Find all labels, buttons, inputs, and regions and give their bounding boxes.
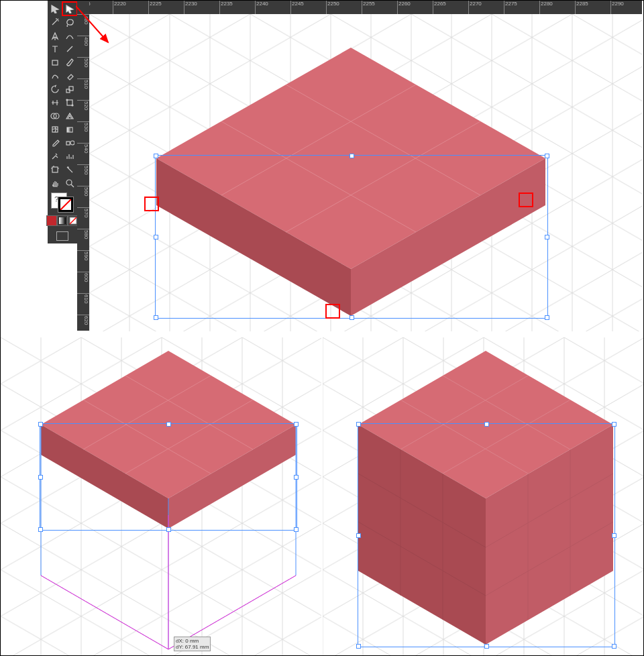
ruler-corner — [77, 1, 89, 14]
paintbrush-tool[interactable] — [62, 56, 77, 69]
ruler-v-tick: 550 — [77, 164, 89, 174]
ruler-h-tick: 2265 — [433, 1, 446, 14]
ruler-h-tick: 2255 — [362, 1, 375, 14]
fill-stroke-swatch[interactable]: ? — [51, 193, 74, 213]
ruler-h-tick: 2245 — [290, 1, 304, 14]
top-panel: ? 22152220222522302235224022452250225522… — [1, 1, 642, 331]
blend-tool[interactable] — [62, 136, 77, 150]
ruler-h-tick: 2285 — [575, 1, 588, 14]
gradient-tool[interactable] — [62, 123, 77, 136]
color-mode-solid[interactable] — [46, 215, 57, 226]
magic-wand-tool[interactable] — [48, 15, 62, 29]
svg-point-13 — [66, 180, 72, 185]
svg-point-4 — [66, 99, 68, 101]
marker-left — [144, 197, 159, 211]
canvas-top[interactable] — [89, 14, 642, 331]
column-graph-tool[interactable] — [62, 150, 77, 163]
color-controls: ? — [48, 190, 77, 243]
rotate-tool[interactable] — [48, 83, 62, 96]
scale-tool[interactable] — [62, 83, 77, 96]
marker-bottom — [325, 304, 340, 319]
ruler-h-tick: 2225 — [148, 1, 162, 14]
toolbox: ? — [48, 1, 77, 243]
ruler-h-tick: 2280 — [539, 1, 553, 14]
rectangle-tool[interactable] — [48, 56, 62, 69]
ruler-h-tick: 2250 — [326, 1, 339, 14]
width-tool[interactable] — [48, 96, 62, 109]
lasso-tool[interactable] — [62, 15, 77, 29]
curvature-tool[interactable] — [62, 29, 77, 42]
ruler-v-tick: 620 — [77, 315, 89, 325]
bottom-right-panel — [323, 337, 643, 655]
svg-rect-3 — [67, 100, 72, 105]
ruler-h-tick: 2240 — [255, 1, 268, 14]
selection-bounding-box[interactable] — [155, 155, 548, 319]
ruler-v-tick: 520 — [77, 100, 89, 110]
marker-right — [519, 193, 533, 207]
slice-tool[interactable] — [62, 163, 77, 176]
ruler-v-tick: 610 — [77, 293, 89, 303]
mesh-tool[interactable] — [48, 123, 62, 136]
ruler-v-tick: 530 — [77, 121, 89, 131]
symbol-sprayer-tool[interactable] — [48, 150, 62, 163]
artboard-tool[interactable] — [48, 163, 62, 176]
ruler-v-tick: 490 — [77, 36, 89, 46]
svg-line-14 — [58, 197, 73, 212]
svg-rect-0 — [52, 60, 58, 65]
measure-tooltip: dX: 0 mm dY: 67.91 mm — [174, 637, 211, 651]
ruler-v-tick: 540 — [77, 143, 89, 153]
ruler-v-tick: 600 — [77, 272, 89, 282]
bottom-left-panel: dX: 0 mm dY: 67.91 mm — [1, 337, 321, 655]
svg-rect-15 — [59, 217, 66, 224]
svg-rect-9 — [67, 127, 72, 132]
type-tool[interactable] — [48, 42, 62, 56]
free-transform-tool[interactable] — [62, 96, 77, 109]
pen-tool[interactable] — [48, 29, 62, 42]
svg-line-30 — [41, 576, 168, 649]
ruler-h-tick: 2235 — [219, 1, 233, 14]
ruler-h-tick: 2275 — [504, 1, 517, 14]
zoom-tool[interactable] — [62, 176, 77, 190]
hand-tool[interactable] — [48, 176, 62, 190]
ruler-horizontal[interactable]: 2215222022252230223522402245225022552260… — [77, 1, 642, 14]
ruler-h-tick: 2260 — [397, 1, 411, 14]
app-window: ? 22152220222522302235224022452250225522… — [0, 0, 644, 656]
svg-rect-12 — [52, 167, 58, 172]
selection-bounding-box[interactable] — [358, 423, 615, 647]
ruler-h-tick: 2270 — [468, 1, 482, 14]
ruler-v-tick: 580 — [77, 229, 89, 239]
shaper-tool[interactable] — [48, 69, 62, 83]
shape-builder-tool[interactable] — [48, 109, 62, 123]
ruler-h-tick: 2230 — [184, 1, 197, 14]
line-segment-tool[interactable] — [62, 42, 77, 56]
ruler-v-tick: 590 — [77, 250, 89, 260]
ruler-h-tick: 2290 — [610, 1, 624, 14]
svg-rect-10 — [66, 142, 70, 145]
eyedropper-tool[interactable] — [48, 136, 62, 150]
ruler-v-tick: 560 — [77, 186, 89, 196]
svg-point-5 — [72, 105, 73, 106]
selection-tool[interactable] — [48, 2, 62, 15]
eraser-tool[interactable] — [62, 69, 77, 83]
ruler-v-tick: 570 — [77, 207, 89, 217]
ruler-v-tick: 500 — [77, 57, 89, 67]
svg-point-11 — [70, 141, 74, 145]
direct-selection-tool[interactable] — [62, 2, 77, 15]
perspective-grid-tool[interactable] — [62, 109, 77, 123]
color-mode-gradient[interactable] — [57, 215, 68, 226]
selection-bounding-box[interactable] — [40, 423, 297, 531]
draw-mode-normal[interactable] — [56, 231, 68, 241]
ruler-h-tick: 2220 — [113, 1, 126, 14]
ruler-vertical[interactable]: 4804905005105205305405505605705805906006… — [77, 14, 89, 331]
ruler-v-tick: 480 — [77, 14, 89, 24]
ruler-v-tick: 510 — [77, 78, 89, 89]
